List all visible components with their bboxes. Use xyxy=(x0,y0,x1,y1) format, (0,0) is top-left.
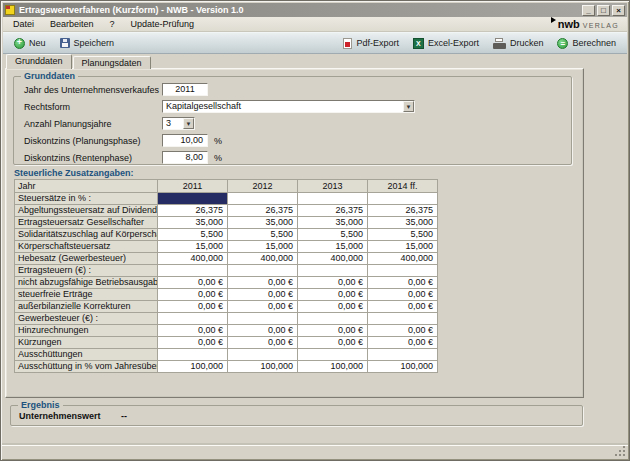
table-cell[interactable]: 0,00 € xyxy=(228,325,298,337)
save-icon xyxy=(60,38,70,48)
close-button[interactable]: × xyxy=(612,5,625,16)
window-title: Ertragswertverfahren (Kurzform) - NWB - … xyxy=(15,4,580,16)
brand-name: nwb xyxy=(558,19,580,30)
minimize-button[interactable]: _ xyxy=(582,5,595,16)
table-cell[interactable]: 0,00 € xyxy=(368,277,438,289)
table-cell[interactable]: 35,000 xyxy=(228,217,298,229)
table-cell[interactable]: 0,00 € xyxy=(368,301,438,313)
menu-item-datei[interactable]: Datei xyxy=(5,17,42,31)
pdf-icon xyxy=(343,38,352,49)
table-cell[interactable]: 100,000 xyxy=(228,361,298,373)
table-cell[interactable]: 26,375 xyxy=(228,205,298,217)
table-cell[interactable]: 15,000 xyxy=(158,241,228,253)
table-cell[interactable]: 0,00 € xyxy=(158,301,228,313)
pdf-export-button[interactable]: Pdf-Export xyxy=(336,34,406,52)
table-cell[interactable]: 100,000 xyxy=(298,361,368,373)
table-cell[interactable] xyxy=(298,313,368,325)
grunddaten-group: Grunddaten Jahr des Unternehmensverkaufe… xyxy=(13,71,572,165)
table-cell[interactable]: 400,000 xyxy=(158,253,228,265)
jahr-des-unternehmensverkaufes-input[interactable]: 2011 xyxy=(162,83,208,96)
table-cell[interactable] xyxy=(368,313,438,325)
resize-grip-icon[interactable] xyxy=(615,446,626,457)
tax-section-title: Steuerliche Zusatzangaben: xyxy=(14,168,134,178)
chevron-down-icon[interactable] xyxy=(403,101,414,112)
table-cell[interactable] xyxy=(298,349,368,361)
table-cell[interactable]: 0,00 € xyxy=(368,337,438,349)
rechtsform-select[interactable]: Kapitalgesellschaft xyxy=(162,100,415,113)
table-cell[interactable]: 15,000 xyxy=(228,241,298,253)
row-label: Hinzurechnungen xyxy=(15,325,158,337)
berechnen-button[interactable]: Berechnen xyxy=(550,34,623,52)
table-cell[interactable]: 5,500 xyxy=(368,229,438,241)
table-cell[interactable] xyxy=(158,313,228,325)
table-cell[interactable]: 35,000 xyxy=(368,217,438,229)
table-cell[interactable]: 0,00 € xyxy=(158,325,228,337)
tab-planungsdaten[interactable]: Planungsdaten xyxy=(73,56,151,69)
table-cell[interactable]: 0,00 € xyxy=(158,277,228,289)
table-cell[interactable]: 35,000 xyxy=(158,217,228,229)
table-cell-selected[interactable] xyxy=(158,193,228,205)
table-cell[interactable] xyxy=(298,193,368,205)
table-cell[interactable] xyxy=(298,265,368,277)
menu-item-bearbeiten[interactable]: Bearbeiten xyxy=(42,17,102,31)
table-cell[interactable]: 400,000 xyxy=(368,253,438,265)
maximize-button[interactable]: □ xyxy=(597,5,610,16)
table-cell[interactable]: 400,000 xyxy=(228,253,298,265)
table-cell[interactable]: 0,00 € xyxy=(368,289,438,301)
table-cell[interactable]: 0,00 € xyxy=(158,289,228,301)
app-window: Ertragswertverfahren (Kurzform) - NWB - … xyxy=(0,0,630,461)
table-cell[interactable]: 5,500 xyxy=(298,229,368,241)
table-cell[interactable]: 0,00 € xyxy=(228,277,298,289)
table-cell[interactable]: 15,000 xyxy=(368,241,438,253)
table-cell[interactable]: 0,00 € xyxy=(228,289,298,301)
anzahl-planungsjahre-select[interactable]: 3 xyxy=(162,117,195,130)
table-cell[interactable]: 0,00 € xyxy=(298,277,368,289)
table-cell[interactable] xyxy=(158,349,228,361)
table-cell[interactable]: 35,000 xyxy=(298,217,368,229)
table-cell[interactable] xyxy=(368,349,438,361)
toolbar-button-label: Drucken xyxy=(510,38,544,48)
table-cell[interactable] xyxy=(158,265,228,277)
table-cell[interactable] xyxy=(368,193,438,205)
table-cell[interactable]: 100,000 xyxy=(368,361,438,373)
drucken-button[interactable]: Drucken xyxy=(486,34,551,52)
table-cell[interactable]: 0,00 € xyxy=(298,289,368,301)
excel-export-button[interactable]: Excel-Export xyxy=(406,34,486,52)
status-bar xyxy=(2,445,628,459)
speichern-button[interactable]: Speichern xyxy=(53,34,122,52)
table-cell[interactable]: 0,00 € xyxy=(298,337,368,349)
table-cell[interactable]: 26,375 xyxy=(298,205,368,217)
table-cell[interactable] xyxy=(368,265,438,277)
percent-label: % xyxy=(214,136,222,146)
table-cell[interactable]: 400,000 xyxy=(298,253,368,265)
table-row: außerbilanzielle Korrekturen0,00 €0,00 €… xyxy=(15,301,438,313)
menu-item-update-pr-fung[interactable]: Update-Prüfung xyxy=(123,17,203,31)
row-label: Ausschüttung in % vom Jahresüberschuss xyxy=(15,361,158,373)
neu-button[interactable]: Neu xyxy=(7,34,53,52)
table-cell[interactable]: 15,000 xyxy=(298,241,368,253)
menu-item-help[interactable]: ? xyxy=(102,17,123,31)
table-cell[interactable]: 0,00 € xyxy=(298,301,368,313)
table-cell[interactable]: 0,00 € xyxy=(368,325,438,337)
table-cell[interactable]: 100,000 xyxy=(158,361,228,373)
percent-label: % xyxy=(214,153,222,163)
table-cell[interactable]: 26,375 xyxy=(158,205,228,217)
table-cell[interactable]: 26,375 xyxy=(368,205,438,217)
field-label: Diskontzins (Planungsphase) xyxy=(24,136,162,146)
table-cell[interactable]: 5,500 xyxy=(228,229,298,241)
table-row: Kürzungen0,00 €0,00 €0,00 €0,00 € xyxy=(15,337,438,349)
table-cell[interactable] xyxy=(228,265,298,277)
table-cell[interactable]: 5,500 xyxy=(158,229,228,241)
diskontzins-rentenphase-input[interactable]: 8,00 xyxy=(162,151,208,164)
table-cell[interactable] xyxy=(228,193,298,205)
chevron-down-icon[interactable] xyxy=(183,118,194,129)
table-cell[interactable] xyxy=(228,349,298,361)
table-cell[interactable]: 0,00 € xyxy=(228,301,298,313)
table-cell[interactable]: 0,00 € xyxy=(298,325,368,337)
diskontzins-planungsphase-input[interactable]: 10,00 xyxy=(162,134,208,147)
tab-grunddaten[interactable]: Grunddaten xyxy=(6,54,72,69)
table-cell[interactable] xyxy=(228,313,298,325)
table-cell[interactable]: 0,00 € xyxy=(158,337,228,349)
table-row: Gewerbesteuer (€) : xyxy=(15,313,438,325)
table-cell[interactable]: 0,00 € xyxy=(228,337,298,349)
